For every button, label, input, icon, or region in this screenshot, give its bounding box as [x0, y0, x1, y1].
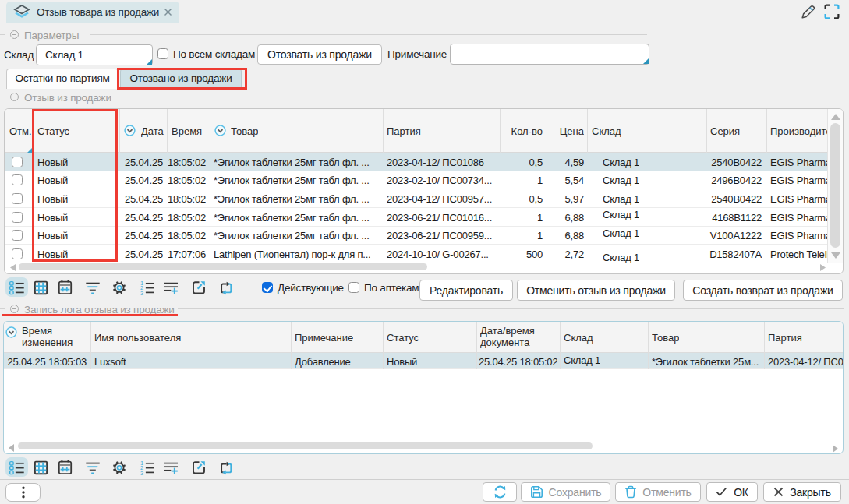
- svg-text:3: 3: [140, 470, 143, 475]
- svg-text:3: 3: [140, 290, 143, 295]
